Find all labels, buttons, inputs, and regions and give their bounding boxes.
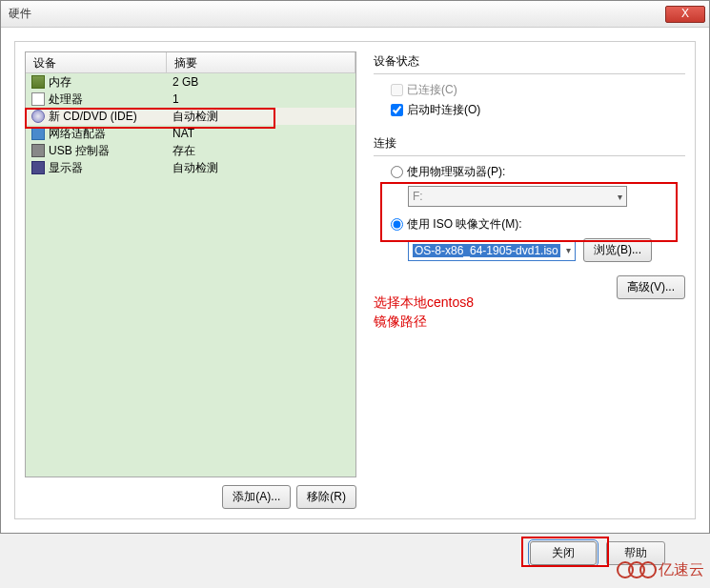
table-row[interactable]: 内存 2 GB [26, 73, 355, 91]
device-name: USB 控制器 [49, 143, 110, 159]
table-row[interactable]: 显示器 自动检测 [26, 159, 355, 176]
device-summary: NAT [167, 127, 355, 140]
device-summary: 存在 [167, 143, 355, 159]
watermark-logo-icon [617, 558, 657, 582]
physical-drive-value: F: [413, 190, 423, 203]
device-table: 设备 摘要 内存 2 GB 处理器 1 [25, 51, 356, 477]
connected-label: 已连接(C) [407, 82, 457, 98]
iso-path-value: OS-8-x86_64-1905-dvd1.iso [413, 244, 560, 257]
device-name: 内存 [49, 74, 71, 91]
close-button[interactable]: X [665, 6, 705, 23]
status-group-label: 设备状态 [374, 53, 685, 70]
connection-group-label: 连接 [374, 135, 685, 152]
network-icon [31, 127, 45, 140]
device-summary: 1 [167, 92, 355, 106]
close-dialog-button[interactable]: 关闭 [530, 541, 597, 565]
connect-on-start-label: 启动时连接(O) [407, 102, 480, 118]
connect-on-start-checkbox[interactable] [391, 104, 403, 116]
iso-file-label: 使用 ISO 映像文件(M): [407, 216, 522, 233]
watermark: 亿速云 [617, 558, 704, 582]
table-row[interactable]: 处理器 1 [26, 91, 355, 108]
titlebar: 硬件 X [1, 1, 709, 28]
display-icon [31, 161, 45, 174]
dvd-icon [31, 110, 45, 123]
device-summary: 2 GB [167, 75, 355, 89]
device-summary: 自动检测 [167, 109, 355, 125]
memory-icon [31, 75, 45, 89]
device-summary: 自动检测 [167, 160, 355, 176]
column-header-summary[interactable]: 摘要 [167, 52, 355, 72]
chevron-down-icon: ▾ [566, 245, 571, 255]
remove-button[interactable]: 移除(R) [296, 485, 356, 509]
advanced-button[interactable]: 高级(V)... [617, 275, 685, 299]
window-title: 硬件 [5, 6, 31, 22]
watermark-text: 亿速云 [659, 560, 704, 580]
annotation-text: 选择本地centos8 镜像路径 [374, 293, 474, 331]
add-button[interactable]: 添加(A)... [222, 485, 291, 509]
device-name: 显示器 [49, 160, 83, 176]
usb-icon [31, 144, 45, 157]
device-name: 网络适配器 [49, 126, 106, 142]
chevron-down-icon: ▾ [618, 192, 622, 202]
physical-drive-label: 使用物理驱动器(P): [407, 164, 505, 180]
device-name: 新 CD/DVD (IDE) [49, 109, 137, 125]
cpu-icon [31, 92, 45, 106]
iso-path-combo[interactable]: OS-8-x86_64-1905-dvd1.iso ▾ [408, 240, 576, 261]
physical-drive-radio[interactable] [391, 166, 403, 178]
table-row[interactable]: 新 CD/DVD (IDE) 自动检测 [26, 108, 355, 125]
table-header: 设备 摘要 [26, 52, 355, 73]
physical-drive-combo: F: ▾ [408, 186, 627, 207]
connected-checkbox [391, 84, 403, 96]
device-name: 处理器 [49, 91, 83, 108]
table-row[interactable]: USB 控制器 存在 [26, 142, 355, 159]
table-row[interactable]: 网络适配器 NAT [26, 125, 355, 142]
browse-button[interactable]: 浏览(B)... [583, 238, 652, 262]
column-header-device[interactable]: 设备 [26, 52, 167, 72]
iso-file-radio[interactable] [391, 218, 403, 231]
